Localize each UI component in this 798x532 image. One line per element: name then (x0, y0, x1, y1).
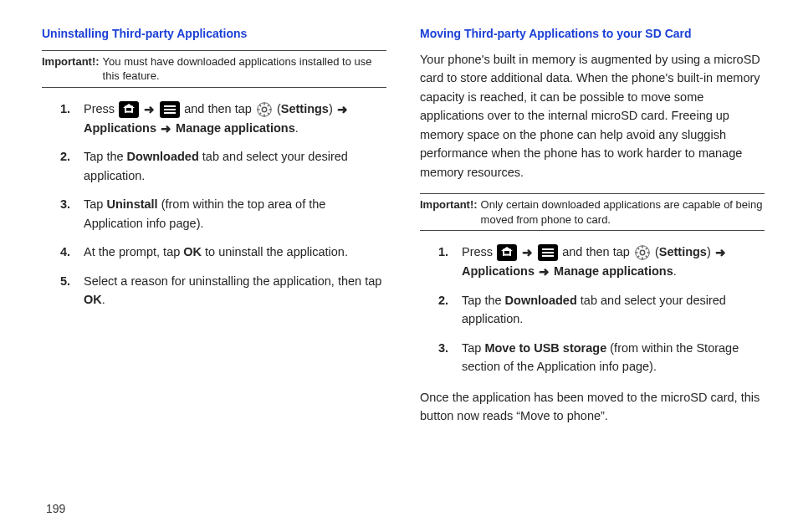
step-2: Tap the Downloaded tab and select your d… (67, 147, 386, 185)
arrow-icon: ➜ (161, 122, 171, 136)
move-usb-label: Move to USB storage (484, 341, 606, 355)
important-text: You must have downloaded applications in… (103, 54, 386, 84)
text: and then tap (184, 102, 255, 115)
svg-line-16 (637, 248, 639, 249)
step-5: Select a reason for uninstalling the app… (67, 272, 386, 309)
important-label: Important!: (42, 54, 100, 84)
downloaded-label: Downloaded (127, 150, 199, 163)
text: Select a reason for uninstalling the app… (84, 274, 381, 288)
applications-label: Applications (462, 264, 535, 278)
menu-icon (538, 244, 558, 261)
uninstall-label: Uninstall (106, 197, 157, 211)
text: Press (462, 245, 496, 258)
svg-point-11 (640, 250, 645, 255)
arrow-icon: ➜ (539, 265, 550, 279)
step-4: At the prompt, tap OK to uninstall the a… (67, 243, 386, 261)
text: Tap (462, 341, 484, 355)
text: Tap the (462, 294, 505, 307)
svg-line-7 (268, 113, 269, 115)
page-number: 199 (46, 502, 65, 515)
text: ) (329, 102, 336, 115)
ok-label: OK (183, 245, 202, 258)
important-label: Important!: (420, 197, 478, 227)
downloaded-label: Downloaded (505, 294, 577, 307)
section-title-move-sd: Moving Third-party Applications to your … (420, 25, 765, 43)
manage-applications-label: Manage applications (554, 264, 673, 278)
text: ) (707, 245, 714, 258)
text: Tap (84, 197, 106, 211)
ok-label: OK (84, 293, 102, 306)
settings-gear-icon (633, 243, 652, 262)
step-3: Tap Move to USB storage (from within the… (445, 339, 765, 376)
settings-label: Settings (659, 245, 707, 258)
home-icon (497, 244, 517, 261)
menu-icon (160, 101, 180, 118)
home-icon (119, 101, 139, 118)
outro-paragraph: Once the application has been moved to t… (420, 388, 765, 426)
text: . (295, 121, 299, 135)
arrow-icon: ➜ (337, 103, 348, 116)
step-3: Tap Uninstall (from within the top area … (67, 195, 386, 233)
intro-paragraph: Your phone's built in memory is augmente… (420, 50, 765, 182)
step-1: Press ➜ and then tap (Settings) ➜ Applic… (445, 243, 765, 281)
text: . (673, 264, 677, 278)
arrow-icon: ➜ (144, 103, 155, 116)
settings-label: Settings (281, 102, 329, 115)
manage-applications-label: Manage applications (176, 121, 295, 135)
text: to uninstall the application. (202, 245, 348, 258)
page: Uninstalling Third-party Applications Im… (0, 0, 798, 502)
steps-list: Press ➜ and then tap (Settings) ➜ Applic… (42, 100, 386, 309)
steps-list: Press ➜ and then tap (Settings) ➜ Applic… (420, 243, 765, 376)
settings-gear-icon (255, 100, 274, 119)
step-1: Press ➜ and then tap (Settings) ➜ Applic… (67, 100, 386, 138)
svg-point-1 (262, 107, 267, 112)
important-text: Only certain downloaded applications are… (481, 197, 765, 227)
svg-line-17 (646, 256, 647, 258)
text: . (102, 293, 105, 306)
important-box: Important!: You must have downloaded app… (42, 50, 386, 88)
arrow-icon: ➜ (522, 246, 533, 259)
svg-line-18 (637, 256, 639, 258)
applications-label: Applications (84, 121, 156, 135)
svg-line-8 (259, 113, 261, 115)
text: Tap the (84, 150, 127, 163)
svg-line-9 (268, 105, 269, 106)
text: Press (84, 102, 118, 115)
important-box: Important!: Only certain downloaded appl… (420, 193, 765, 231)
section-title-uninstall: Uninstalling Third-party Applications (42, 25, 386, 43)
text: At the prompt, tap (84, 245, 183, 258)
right-column: Moving Third-party Applications to your … (420, 25, 765, 494)
text: and then tap (562, 245, 633, 258)
step-2: Tap the Downloaded tab and select your d… (445, 291, 765, 329)
svg-line-6 (259, 105, 261, 106)
arrow-icon: ➜ (715, 246, 726, 259)
left-column: Uninstalling Third-party Applications Im… (42, 25, 386, 494)
svg-line-19 (646, 248, 647, 249)
